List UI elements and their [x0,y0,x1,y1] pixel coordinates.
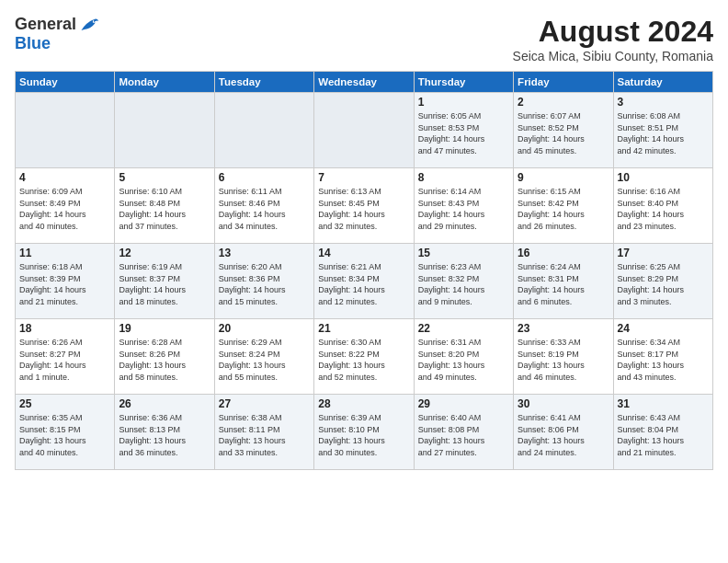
month-year: August 2024 [513,15,713,49]
day-info: Sunrise: 6:36 AM Sunset: 8:13 PM Dayligh… [119,412,210,458]
title-block: August 2024 Seica Mica, Sibiu County, Ro… [513,15,713,63]
day-number: 21 [318,322,409,335]
empty-cell [214,93,313,168]
day-info: Sunrise: 6:21 AM Sunset: 8:34 PM Dayligh… [318,261,409,307]
day-info: Sunrise: 6:29 AM Sunset: 8:24 PM Dayligh… [219,337,310,383]
day-number: 7 [318,171,409,184]
day-cell-23: 23Sunrise: 6:33 AM Sunset: 8:19 PM Dayli… [514,319,613,395]
day-number: 23 [518,322,609,335]
day-cell-2: 2Sunrise: 6:07 AM Sunset: 8:52 PM Daylig… [514,93,613,168]
day-info: Sunrise: 6:31 AM Sunset: 8:20 PM Dayligh… [418,337,509,383]
day-cell-13: 13Sunrise: 6:20 AM Sunset: 8:36 PM Dayli… [214,244,313,319]
week-row-1: 1Sunrise: 6:05 AM Sunset: 8:53 PM Daylig… [16,93,713,168]
page: General Blue August 2024 Seica Mica, Sib… [0,0,728,563]
col-friday: Friday [514,72,613,93]
col-sunday: Sunday [16,72,115,93]
day-cell-19: 19Sunrise: 6:28 AM Sunset: 8:26 PM Dayli… [115,319,214,395]
day-number: 10 [618,171,709,184]
day-cell-28: 28Sunrise: 6:39 AM Sunset: 8:10 PM Dayli… [314,395,414,470]
week-row-4: 18Sunrise: 6:26 AM Sunset: 8:27 PM Dayli… [16,319,713,395]
day-number: 4 [19,171,110,184]
day-cell-6: 6Sunrise: 6:11 AM Sunset: 8:46 PM Daylig… [214,168,313,244]
day-number: 5 [119,171,210,184]
day-info: Sunrise: 6:16 AM Sunset: 8:40 PM Dayligh… [618,186,709,232]
day-info: Sunrise: 6:14 AM Sunset: 8:43 PM Dayligh… [418,186,509,232]
day-number: 19 [119,322,210,335]
day-info: Sunrise: 6:30 AM Sunset: 8:22 PM Dayligh… [318,337,409,383]
day-cell-14: 14Sunrise: 6:21 AM Sunset: 8:34 PM Dayli… [314,244,414,319]
day-cell-9: 9Sunrise: 6:15 AM Sunset: 8:42 PM Daylig… [514,168,613,244]
day-cell-26: 26Sunrise: 6:36 AM Sunset: 8:13 PM Dayli… [115,395,214,470]
day-cell-4: 4Sunrise: 6:09 AM Sunset: 8:49 PM Daylig… [16,168,115,244]
day-cell-15: 15Sunrise: 6:23 AM Sunset: 8:32 PM Dayli… [414,244,513,319]
week-row-5: 25Sunrise: 6:35 AM Sunset: 8:15 PM Dayli… [16,395,713,470]
day-number: 16 [518,247,609,259]
day-number: 24 [618,322,709,335]
day-info: Sunrise: 6:40 AM Sunset: 8:08 PM Dayligh… [418,412,509,458]
day-number: 8 [418,171,509,184]
col-monday: Monday [115,72,214,93]
day-cell-30: 30Sunrise: 6:41 AM Sunset: 8:06 PM Dayli… [514,395,613,470]
empty-cell [115,93,214,168]
day-number: 14 [318,247,409,259]
day-info: Sunrise: 6:09 AM Sunset: 8:49 PM Dayligh… [19,186,110,232]
day-cell-7: 7Sunrise: 6:13 AM Sunset: 8:45 PM Daylig… [314,168,414,244]
day-cell-3: 3Sunrise: 6:08 AM Sunset: 8:51 PM Daylig… [613,93,712,168]
day-cell-10: 10Sunrise: 6:16 AM Sunset: 8:40 PM Dayli… [613,168,712,244]
day-info: Sunrise: 6:25 AM Sunset: 8:29 PM Dayligh… [618,261,709,307]
day-cell-22: 22Sunrise: 6:31 AM Sunset: 8:20 PM Dayli… [414,319,513,395]
day-number: 2 [518,96,609,109]
day-number: 29 [418,397,509,410]
calendar-header-row: Sunday Monday Tuesday Wednesday Thursday… [16,72,713,93]
day-number: 6 [219,171,310,184]
day-cell-8: 8Sunrise: 6:14 AM Sunset: 8:43 PM Daylig… [414,168,513,244]
day-info: Sunrise: 6:19 AM Sunset: 8:37 PM Dayligh… [119,261,210,307]
day-info: Sunrise: 6:39 AM Sunset: 8:10 PM Dayligh… [318,412,409,458]
day-number: 27 [219,397,310,410]
day-number: 17 [618,247,709,259]
day-number: 1 [418,96,509,109]
day-cell-25: 25Sunrise: 6:35 AM Sunset: 8:15 PM Dayli… [16,395,115,470]
header: General Blue August 2024 Seica Mica, Sib… [15,15,713,63]
day-number: 15 [418,247,509,259]
day-number: 31 [618,397,709,410]
week-row-2: 4Sunrise: 6:09 AM Sunset: 8:49 PM Daylig… [16,168,713,244]
week-row-3: 11Sunrise: 6:18 AM Sunset: 8:39 PM Dayli… [16,244,713,319]
day-info: Sunrise: 6:33 AM Sunset: 8:19 PM Dayligh… [518,337,609,383]
day-info: Sunrise: 6:05 AM Sunset: 8:53 PM Dayligh… [418,110,509,156]
col-saturday: Saturday [613,72,712,93]
day-cell-17: 17Sunrise: 6:25 AM Sunset: 8:29 PM Dayli… [613,244,712,319]
day-info: Sunrise: 6:43 AM Sunset: 8:04 PM Dayligh… [618,412,709,458]
day-number: 22 [418,322,509,335]
logo-blue-text: Blue [15,34,51,52]
day-number: 13 [219,247,310,259]
day-cell-1: 1Sunrise: 6:05 AM Sunset: 8:53 PM Daylig… [414,93,513,168]
day-info: Sunrise: 6:41 AM Sunset: 8:06 PM Dayligh… [518,412,609,458]
day-number: 11 [19,247,110,259]
day-info: Sunrise: 6:28 AM Sunset: 8:26 PM Dayligh… [119,337,210,383]
day-info: Sunrise: 6:20 AM Sunset: 8:36 PM Dayligh… [219,261,310,307]
day-info: Sunrise: 6:26 AM Sunset: 8:27 PM Dayligh… [19,337,110,383]
day-cell-29: 29Sunrise: 6:40 AM Sunset: 8:08 PM Dayli… [414,395,513,470]
day-cell-5: 5Sunrise: 6:10 AM Sunset: 8:48 PM Daylig… [115,168,214,244]
day-number: 28 [318,397,409,410]
day-number: 20 [219,322,310,335]
day-info: Sunrise: 6:34 AM Sunset: 8:17 PM Dayligh… [618,337,709,383]
day-cell-27: 27Sunrise: 6:38 AM Sunset: 8:11 PM Dayli… [214,395,313,470]
day-number: 30 [518,397,609,410]
day-number: 25 [19,397,110,410]
day-info: Sunrise: 6:15 AM Sunset: 8:42 PM Dayligh… [518,186,609,232]
day-info: Sunrise: 6:24 AM Sunset: 8:31 PM Dayligh… [518,261,609,307]
day-number: 9 [518,171,609,184]
logo-general-text: General [15,15,76,34]
day-info: Sunrise: 6:11 AM Sunset: 8:46 PM Dayligh… [219,186,310,232]
day-info: Sunrise: 6:18 AM Sunset: 8:39 PM Dayligh… [19,261,110,307]
day-number: 18 [19,322,110,335]
location: Seica Mica, Sibiu County, Romania [513,49,713,63]
day-cell-16: 16Sunrise: 6:24 AM Sunset: 8:31 PM Dayli… [514,244,613,319]
day-info: Sunrise: 6:13 AM Sunset: 8:45 PM Dayligh… [318,186,409,232]
day-info: Sunrise: 6:08 AM Sunset: 8:51 PM Dayligh… [618,110,709,156]
col-tuesday: Tuesday [214,72,313,93]
logo: General Blue [15,15,100,53]
day-cell-24: 24Sunrise: 6:34 AM Sunset: 8:17 PM Dayli… [613,319,712,395]
